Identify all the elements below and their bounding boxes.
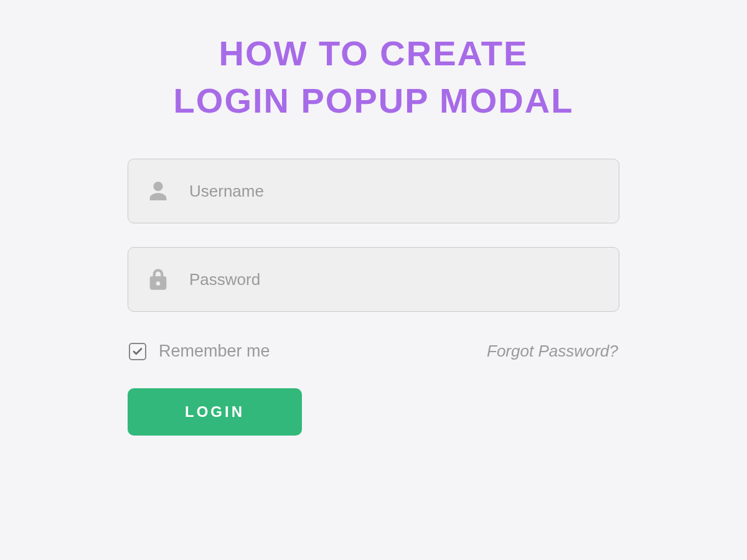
page-title-line2: LOGIN POPUP MODAL	[174, 81, 574, 120]
password-field-container[interactable]	[128, 247, 619, 312]
username-field-container[interactable]	[128, 159, 619, 223]
username-input[interactable]	[189, 182, 601, 201]
forgot-password-link[interactable]: Forgot Password?	[487, 342, 618, 361]
options-row: Remember me Forgot Password?	[128, 342, 619, 361]
login-form: Remember me Forgot Password? LOGIN	[128, 159, 619, 436]
lock-icon	[146, 267, 171, 292]
remember-me-toggle[interactable]: Remember me	[129, 342, 270, 361]
page-title-line1: HOW TO CREATE	[219, 34, 529, 73]
remember-label: Remember me	[159, 342, 270, 361]
remember-checkbox[interactable]	[129, 343, 146, 360]
password-input[interactable]	[189, 270, 601, 289]
page-title: HOW TO CREATE LOGIN POPUP MODAL	[174, 30, 574, 124]
user-icon	[146, 179, 171, 203]
login-button[interactable]: LOGIN	[128, 388, 302, 436]
